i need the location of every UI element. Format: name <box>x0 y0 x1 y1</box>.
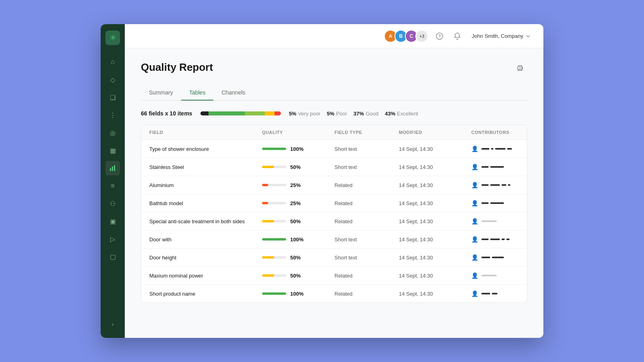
bar-excellent <box>208 111 245 115</box>
contributors-cell: 👤 <box>471 146 519 152</box>
contrib-line <box>490 202 504 204</box>
user-menu[interactable]: John Smith, Company <box>469 31 534 41</box>
quality-mini-bar <box>262 166 286 168</box>
field-type: Related <box>334 200 399 206</box>
field-type: Related <box>334 273 399 279</box>
quality-mini-bar <box>262 256 286 259</box>
sidebar-item-diamond[interactable]: ◇ <box>105 72 120 87</box>
field-name: Aluminium <box>149 182 262 188</box>
bar-poor <box>265 111 275 115</box>
field-name: Maxium nominal power <box>149 273 262 279</box>
field-name: Stainless Steel <box>149 164 262 170</box>
tab-tables[interactable]: Tables <box>181 85 213 101</box>
quality-mini-bar <box>262 292 286 295</box>
contrib-line <box>481 202 489 204</box>
modified-date: 14 Sept, 14:30 <box>399 182 471 188</box>
quality-cell: 50% <box>262 255 334 261</box>
contributor-icon: 👤 <box>471 290 478 297</box>
contrib-lines <box>481 202 504 204</box>
sidebar-logo[interactable]: ✳ <box>105 31 120 45</box>
sidebar-item-image[interactable]: ▣ <box>105 214 120 228</box>
table-row: Door with 100% Short text 14 Sept, 14:30… <box>141 230 527 249</box>
notification-icon[interactable] <box>451 30 464 43</box>
app-window: ✳ ⌂ ◇ ❏ ⋮ ◎ ▦ ≡ ⚇ ▣ ▷ ▢ › A B C +3 <box>101 24 543 338</box>
stat-good: 37% Good <box>353 111 378 117</box>
quality-mini-bar <box>262 274 286 277</box>
page-header: Quality Report <box>141 61 527 76</box>
modified-date: 14 Sept, 14:30 <box>399 255 471 261</box>
quality-pct: 25% <box>290 182 306 188</box>
sidebar-item-stack[interactable]: ≡ <box>105 179 120 193</box>
bar-good <box>245 111 265 115</box>
contrib-lines <box>481 148 512 150</box>
contributors-cell: 👤 <box>471 218 519 224</box>
contrib-lines <box>481 166 504 168</box>
quality-cell: 50% <box>262 218 334 224</box>
svg-rect-0 <box>110 168 111 171</box>
col-contributors: CONTRIBUTORS <box>471 130 519 135</box>
table-row: Bathtub model 25% Related 14 Sept, 14:30… <box>141 194 527 212</box>
sidebar-item-location[interactable]: ◎ <box>105 125 120 140</box>
quality-fill <box>262 238 286 241</box>
stat-excellent: 43% Excellent <box>385 111 418 117</box>
sidebar-item-folder[interactable]: ▷ <box>105 232 120 246</box>
sidebar-item-chat[interactable]: ▢ <box>105 249 120 264</box>
collaborator-avatars: A B C +3 <box>384 30 428 43</box>
field-type: Short text <box>334 255 399 261</box>
contrib-line <box>490 184 500 186</box>
col-field-type: FIELD TYPE <box>334 130 399 135</box>
quality-cell: 100% <box>262 146 334 152</box>
contrib-line <box>481 293 490 294</box>
contributor-icon: 👤 <box>471 182 478 188</box>
sidebar-item-table[interactable]: ▦ <box>105 143 120 158</box>
quality-fill <box>262 184 268 186</box>
table-row: Stainless Steel 50% Short text 14 Sept, … <box>141 158 527 176</box>
svg-rect-1 <box>112 167 113 171</box>
quality-pct: 100% <box>290 291 306 297</box>
col-field: FIELD <box>149 130 262 135</box>
topbar: A B C +3 ? John Smith, Company <box>125 24 543 48</box>
quality-fill <box>262 274 274 277</box>
col-modified: MODIFIED <box>399 130 471 135</box>
quality-cell: 100% <box>262 291 334 297</box>
help-icon[interactable]: ? <box>433 30 446 43</box>
user-label: John Smith, Company <box>472 33 523 39</box>
svg-rect-6 <box>519 69 521 70</box>
contributor-icon: 👤 <box>471 146 478 152</box>
quality-fill <box>262 202 268 204</box>
field-type: Short text <box>334 164 399 170</box>
quality-fill <box>262 148 286 150</box>
avatar-overflow: +3 <box>415 30 428 43</box>
sidebar-item-flow[interactable]: ⋮ <box>105 108 120 122</box>
quality-cell: 25% <box>262 182 334 188</box>
sidebar-item-link[interactable]: ⚇ <box>105 196 120 211</box>
table-row: Aluminium 25% Related 14 Sept, 14:30 👤 <box>141 176 527 194</box>
contrib-line <box>481 239 489 240</box>
contributor-icon: 👤 <box>471 236 478 243</box>
contrib-line <box>492 293 497 294</box>
contributor-icon: 👤 <box>471 272 478 279</box>
field-name: Type of shower enclosure <box>149 146 262 152</box>
quality-pct: 25% <box>290 200 306 206</box>
sidebar-item-chart[interactable] <box>105 161 120 175</box>
quality-pct: 50% <box>290 218 306 224</box>
contrib-line <box>481 220 497 222</box>
sidebar-item-home[interactable]: ⌂ <box>105 55 120 69</box>
modified-date: 14 Sept, 14:30 <box>399 200 471 206</box>
sidebar-item-layers[interactable]: ❏ <box>105 90 120 105</box>
print-button[interactable] <box>513 61 527 76</box>
stat-poor: 5% Poor <box>327 111 347 117</box>
contributor-icon: 👤 <box>471 218 478 224</box>
tab-channels[interactable]: Channels <box>213 85 253 101</box>
modified-date: 14 Sept, 14:30 <box>399 164 471 170</box>
modified-date: 14 Sept, 14:30 <box>399 237 471 243</box>
tab-summary[interactable]: Summary <box>141 85 181 101</box>
quality-pct: 100% <box>290 237 306 243</box>
contrib-line <box>506 239 510 240</box>
sidebar-collapse-button[interactable]: › <box>105 317 120 331</box>
contrib-line <box>481 184 489 186</box>
field-type: Related <box>334 291 399 297</box>
quality-mini-bar <box>262 220 286 222</box>
quality-cell: 50% <box>262 273 334 279</box>
quality-mini-bar <box>262 238 286 241</box>
